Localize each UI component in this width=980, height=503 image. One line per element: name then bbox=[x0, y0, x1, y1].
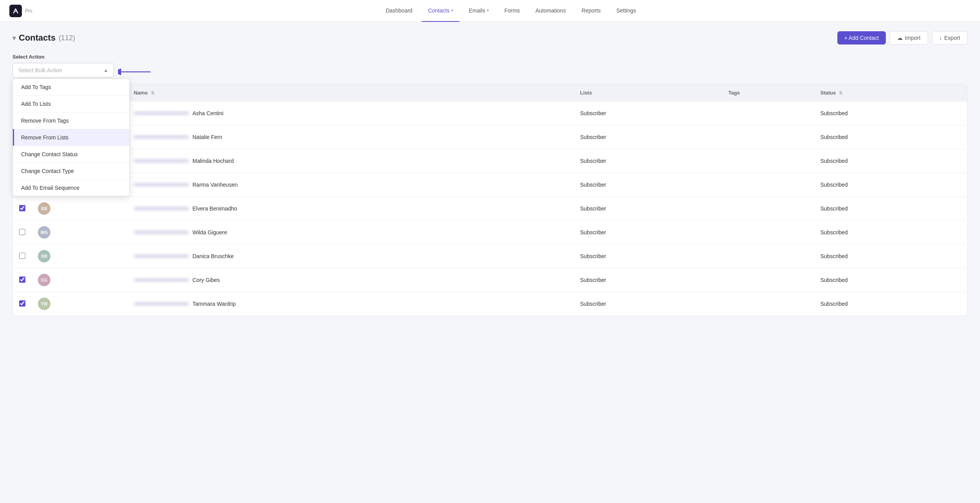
row-tags-cell bbox=[722, 125, 814, 149]
import-button[interactable]: ☁ Import bbox=[890, 31, 928, 45]
emails-chevron-icon: ▾ bbox=[487, 8, 489, 12]
email-blur bbox=[134, 207, 189, 210]
row-avatar-cell: CG bbox=[32, 268, 128, 292]
export-button[interactable]: ↓ Export bbox=[932, 31, 967, 45]
bulk-action-placeholder: Select Bulk Action bbox=[18, 67, 62, 73]
row-lists-cell: Subscriber bbox=[574, 173, 722, 197]
row-name-cell: Wilda Giguere bbox=[128, 221, 574, 244]
row-status-cell: Subscribed bbox=[814, 125, 967, 149]
contacts-chevron-icon: ▾ bbox=[451, 8, 453, 12]
contact-cell: Natalie Fern bbox=[134, 134, 568, 140]
contact-name[interactable]: Natalie Fern bbox=[193, 134, 222, 140]
table-body: SC Asha Centini Subscriber Subscribed NF… bbox=[13, 102, 967, 316]
row-avatar-cell: WG bbox=[32, 221, 128, 244]
collapse-icon[interactable]: ▾ bbox=[13, 34, 16, 42]
table-row: WG Wilda Giguere Subscriber Subscribed bbox=[13, 221, 967, 244]
row-lists-cell: Subscriber bbox=[574, 102, 722, 125]
nav-forms[interactable]: Forms bbox=[498, 0, 526, 22]
bulk-action-caret-icon: ▲ bbox=[104, 68, 108, 73]
row-name-cell: Tammara Wardrip bbox=[128, 292, 574, 316]
contact-name[interactable]: Elvera Benimadho bbox=[193, 205, 237, 212]
contacts-count: (112) bbox=[59, 34, 75, 42]
row-name-cell: Cory Gibes bbox=[128, 268, 574, 292]
export-icon: ↓ bbox=[939, 35, 942, 41]
contact-name[interactable]: Tammara Wardrip bbox=[193, 301, 236, 307]
row-status-cell: Subscribed bbox=[814, 149, 967, 173]
contact-name[interactable]: Malinda Hochard bbox=[193, 158, 234, 164]
page-header: ▾ Contacts (112) + Add Contact ☁ Import … bbox=[13, 31, 967, 45]
menu-item-remove-from-tags[interactable]: Remove From Tags bbox=[13, 112, 129, 129]
table-row: MH Malinda Hochard Subscriber Subscribed bbox=[13, 149, 967, 173]
row-tags-cell bbox=[722, 268, 814, 292]
contact-cell: Malinda Hochard bbox=[134, 158, 568, 164]
table-row: NF Natalie Fern Subscriber Subscribed bbox=[13, 125, 967, 149]
contact-name[interactable]: Rarma Vanheusen bbox=[193, 182, 238, 188]
row-tags-cell bbox=[722, 292, 814, 316]
row-name-cell: Elvera Benimadho bbox=[128, 197, 574, 221]
add-contact-button[interactable]: + Add Contact bbox=[837, 31, 886, 45]
row-tags-cell bbox=[722, 173, 814, 197]
nav-dashboard[interactable]: Dashboard bbox=[379, 0, 419, 22]
row-avatar-cell: TW bbox=[32, 292, 128, 316]
email-blur bbox=[134, 254, 189, 258]
logo[interactable]: Pro bbox=[9, 5, 32, 17]
row-status-cell: Subscribed bbox=[814, 221, 967, 244]
nav-emails[interactable]: Emails ▾ bbox=[463, 0, 495, 22]
row-checkbox[interactable] bbox=[19, 300, 25, 307]
avatar: EB bbox=[38, 202, 50, 215]
menu-item-change-contact-status[interactable]: Change Contact Status bbox=[13, 146, 129, 162]
menu-item-change-contact-type[interactable]: Change Contact Type bbox=[13, 162, 129, 179]
nav-links: Dashboard Contacts ▾ Emails ▾ Forms Auto… bbox=[51, 0, 971, 22]
row-lists-cell: Subscriber bbox=[574, 149, 722, 173]
contact-cell: Wilda Giguere bbox=[134, 229, 568, 235]
row-lists-cell: Subscriber bbox=[574, 197, 722, 221]
menu-item-add-to-email-sequence[interactable]: Add To Email Sequence bbox=[13, 179, 129, 196]
table-row: TW Tammara Wardrip Subscriber Subscribed bbox=[13, 292, 967, 316]
nav-reports[interactable]: Reports bbox=[575, 0, 607, 22]
row-checkbox[interactable] bbox=[19, 276, 25, 283]
th-lists: Lists bbox=[574, 84, 722, 102]
table-row: CG Cory Gibes Subscriber Subscribed bbox=[13, 268, 967, 292]
nav-automations[interactable]: Automations bbox=[529, 0, 572, 22]
row-name-cell: Rarma Vanheusen bbox=[128, 173, 574, 197]
email-blur bbox=[134, 302, 189, 306]
page-content: ▾ Contacts (112) + Add Contact ☁ Import … bbox=[0, 22, 980, 325]
nav-settings[interactable]: Settings bbox=[610, 0, 642, 22]
contacts-table-container: Name ⇅ Lists Tags Status ⇅ SC Asha Centi… bbox=[13, 84, 967, 316]
contact-name[interactable]: Danica Bruschke bbox=[193, 253, 234, 259]
th-status[interactable]: Status ⇅ bbox=[814, 84, 967, 102]
row-name-cell: Natalie Fern bbox=[128, 125, 574, 149]
row-tags-cell bbox=[722, 221, 814, 244]
menu-item-add-to-tags[interactable]: Add To Tags bbox=[13, 79, 129, 95]
bulk-action-trigger[interactable]: Select Bulk Action ▲ bbox=[13, 63, 114, 78]
row-lists-cell: Subscriber bbox=[574, 292, 722, 316]
contact-cell: Tammara Wardrip bbox=[134, 301, 568, 307]
contact-name[interactable]: Cory Gibes bbox=[193, 277, 220, 283]
row-checkbox-cell bbox=[13, 292, 32, 316]
select-action-label: Select Action bbox=[13, 54, 967, 60]
contact-name[interactable]: Asha Centini bbox=[193, 110, 224, 116]
nav-contacts[interactable]: Contacts ▾ bbox=[422, 0, 459, 22]
contact-name[interactable]: Wilda Giguere bbox=[193, 229, 227, 235]
row-status-cell: Subscribed bbox=[814, 197, 967, 221]
row-tags-cell bbox=[722, 149, 814, 173]
row-lists-cell: Subscriber bbox=[574, 221, 722, 244]
row-name-cell: Malinda Hochard bbox=[128, 149, 574, 173]
email-blur bbox=[134, 278, 189, 282]
header-actions: + Add Contact ☁ Import ↓ Export bbox=[837, 31, 968, 45]
row-checkbox[interactable] bbox=[19, 253, 25, 259]
menu-item-add-to-lists[interactable]: Add To Lists bbox=[13, 95, 129, 112]
row-checkbox[interactable] bbox=[19, 229, 25, 235]
row-status-cell: Subscribed bbox=[814, 292, 967, 316]
row-lists-cell: Subscriber bbox=[574, 268, 722, 292]
row-avatar-cell: EB bbox=[32, 197, 128, 221]
row-checkbox[interactable] bbox=[19, 205, 25, 211]
th-name[interactable]: Name ⇅ bbox=[128, 84, 574, 102]
table-row: DB Danica Bruschke Subscriber Subscribed bbox=[13, 244, 967, 268]
email-blur bbox=[134, 135, 189, 139]
menu-item-remove-from-lists[interactable]: Remove From Lists bbox=[13, 129, 129, 146]
table-row: RV Rarma Vanheusen Subscriber Subscribed bbox=[13, 173, 967, 197]
avatar: TW bbox=[38, 298, 50, 310]
status-sort-icon: ⇅ bbox=[839, 91, 842, 95]
contact-cell: Asha Centini bbox=[134, 110, 568, 116]
